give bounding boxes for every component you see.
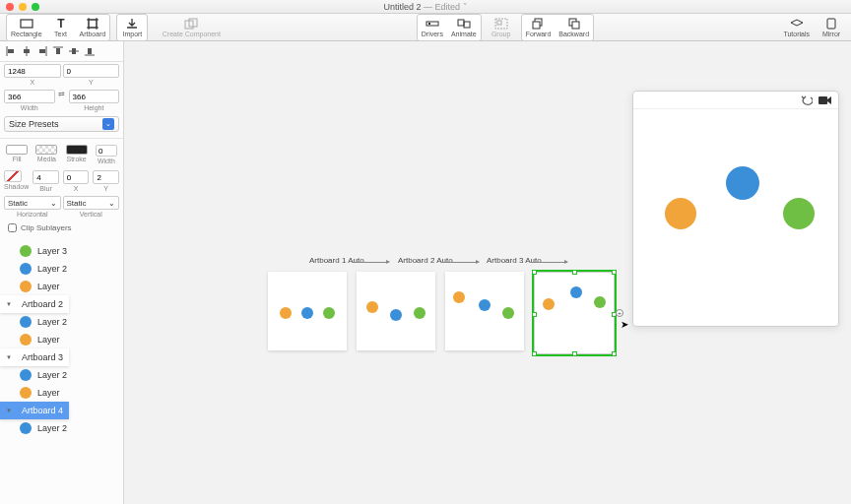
svg-rect-29	[72, 48, 76, 54]
rewind-icon[interactable]	[801, 95, 813, 105]
artboard-4-selected[interactable]	[534, 272, 615, 354]
artboard-2[interactable]	[357, 272, 435, 350]
layer-item[interactable]: Layer 2	[0, 313, 123, 331]
width-input[interactable]	[4, 90, 55, 103]
layer-item[interactable]: Layer 3	[0, 242, 123, 260]
resize-handle[interactable]	[532, 351, 537, 356]
layer-name: Layer 2	[37, 317, 67, 327]
animate-icon	[457, 18, 471, 30]
circle-green[interactable]	[594, 296, 606, 308]
layer-item[interactable]: Layer 2	[0, 366, 123, 384]
artboard-label[interactable]: Artboard 1 Auto	[309, 256, 364, 265]
import-button[interactable]: Import	[117, 15, 147, 40]
horizontal-constraint-select[interactable]: Static⌄	[4, 196, 61, 210]
animate-button[interactable]: Animate	[447, 15, 481, 40]
link-dimensions-icon[interactable]: ⇄	[57, 90, 67, 111]
y-input[interactable]	[63, 64, 120, 78]
animation-arrow	[441, 262, 479, 263]
artboard-label[interactable]: Artboard 3 Auto	[487, 256, 542, 265]
vertical-constraint-select[interactable]: Static⌄	[63, 196, 120, 210]
shadow-swatch[interactable]	[4, 170, 22, 182]
x-input[interactable]	[4, 64, 61, 78]
artboard-icon	[86, 18, 99, 30]
resize-handle[interactable]	[572, 351, 577, 356]
resize-handle[interactable]	[572, 270, 577, 275]
rectangle-tool[interactable]: Rectangle	[7, 15, 46, 40]
forward-button[interactable]: Forward	[522, 15, 556, 40]
artboard-3[interactable]	[445, 272, 524, 350]
layer-color-dot	[20, 245, 32, 257]
animation-add-icon[interactable]: +	[616, 309, 623, 317]
align-bottom-icon[interactable]	[83, 44, 97, 58]
align-top-icon[interactable]	[51, 44, 65, 58]
layer-item[interactable]: Layer	[0, 384, 123, 402]
tutorials-button[interactable]: Tutorials	[779, 15, 814, 40]
text-icon: T	[54, 18, 68, 30]
layer-artboard[interactable]: Artboard 3	[0, 348, 69, 366]
preview-circle-blue	[726, 166, 759, 200]
cursor-icon: ➤	[621, 319, 628, 330]
close-window-button[interactable]	[6, 3, 14, 11]
layer-color-dot	[20, 263, 32, 275]
layer-color-dot	[20, 369, 32, 381]
stroke-swatch[interactable]	[66, 145, 88, 155]
circle-blue[interactable]	[570, 286, 582, 298]
svg-rect-21	[8, 49, 14, 53]
layer-item[interactable]: Layer	[0, 278, 123, 295]
canvas[interactable]: Artboard 1 Auto Artboard 2 Auto Artboard…	[124, 41, 851, 504]
circle-blue[interactable]	[390, 309, 402, 321]
group-button[interactable]: Group	[486, 15, 517, 40]
toolbar: Rectangle T Text Artboard Import Create …	[0, 14, 851, 41]
circle-orange[interactable]	[366, 301, 378, 313]
resize-handle[interactable]	[532, 312, 537, 317]
layer-item[interactable]: Layer 2	[0, 419, 123, 437]
drivers-button[interactable]: Drivers	[418, 15, 447, 40]
blur-input[interactable]	[33, 170, 59, 184]
layer-color-dot	[20, 387, 32, 399]
fill-swatch[interactable]	[6, 145, 28, 155]
align-center-v-icon[interactable]	[67, 44, 81, 58]
svg-rect-10	[428, 23, 430, 25]
clip-sublayers-checkbox[interactable]	[8, 223, 17, 232]
create-component-button[interactable]: Create Component	[152, 15, 230, 40]
rectangle-icon	[20, 18, 33, 30]
circle-blue[interactable]	[301, 307, 313, 319]
tutorials-icon	[790, 18, 804, 30]
circle-green[interactable]	[414, 307, 426, 319]
zoom-window-button[interactable]	[32, 3, 39, 11]
size-presets-select[interactable]: Size Presets⌄	[4, 116, 119, 132]
align-left-icon[interactable]	[4, 44, 18, 58]
svg-rect-12	[464, 22, 470, 28]
circle-blue[interactable]	[479, 299, 491, 311]
circle-green[interactable]	[323, 307, 335, 319]
circle-orange[interactable]	[280, 307, 292, 319]
stroke-width-input[interactable]	[96, 145, 117, 157]
shadow-x-input[interactable]	[63, 170, 90, 184]
circle-green[interactable]	[502, 307, 514, 319]
record-icon[interactable]	[818, 95, 832, 105]
circle-orange[interactable]	[453, 291, 465, 303]
artboard-label[interactable]: Artboard 2 Auto	[398, 256, 453, 265]
resize-handle[interactable]	[612, 351, 617, 356]
resize-handle[interactable]	[612, 270, 617, 275]
layer-item[interactable]: Layer 2	[0, 260, 123, 278]
layer-item[interactable]: Layer	[0, 331, 123, 348]
animation-arrow	[352, 262, 389, 263]
align-right-icon[interactable]	[35, 44, 49, 58]
shadow-y-input[interactable]	[93, 170, 119, 184]
preview-circle-orange	[665, 198, 696, 229]
height-input[interactable]	[69, 90, 120, 103]
circle-orange[interactable]	[543, 298, 555, 310]
artboard-1[interactable]	[268, 272, 347, 350]
mirror-button[interactable]: Mirror	[816, 15, 847, 40]
resize-handle[interactable]	[532, 270, 537, 275]
toolbar-import-group: Import	[116, 14, 148, 41]
backward-button[interactable]: Backward	[555, 15, 593, 40]
media-swatch[interactable]	[35, 145, 57, 155]
layer-artboard[interactable]: Artboard 4	[0, 402, 69, 419]
text-tool[interactable]: T Text	[46, 15, 76, 40]
layer-artboard[interactable]: Artboard 2	[0, 295, 69, 313]
align-center-h-icon[interactable]	[20, 44, 33, 58]
artboard-tool[interactable]: Artboard	[76, 15, 110, 40]
minimize-window-button[interactable]	[19, 3, 27, 11]
